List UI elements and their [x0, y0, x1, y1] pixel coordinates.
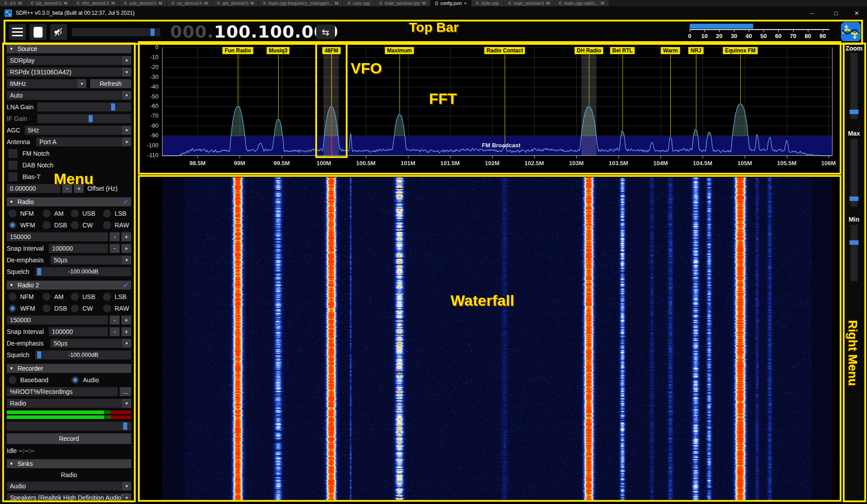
- editor-tab[interactable]: Cstyle.cpp: [472, 0, 504, 6]
- sample-rate-select[interactable]: 8MHz ▼: [7, 79, 86, 88]
- radio-circle-icon[interactable]: [71, 221, 79, 229]
- if-gain-handle[interactable]: [89, 115, 93, 122]
- waterfall-canvas[interactable]: [138, 175, 841, 504]
- minimize-button[interactable]: –: [802, 6, 822, 20]
- zoom-slider-handle[interactable]: [850, 110, 858, 114]
- deemphasis-select[interactable]: 50µs ▼: [51, 256, 131, 265]
- menu-toggle-button[interactable]: [9, 24, 26, 40]
- source-driver-select[interactable]: SDRplay ▼: [7, 56, 131, 65]
- radio-circle-selected-icon[interactable]: [71, 376, 79, 384]
- if-gain-slider[interactable]: [37, 114, 131, 123]
- chevron-down-icon[interactable]: ▼: [122, 137, 131, 146]
- recording-path-input[interactable]: %ROOT%/Recordings: [7, 387, 118, 396]
- maximize-button[interactable]: □: [826, 6, 846, 20]
- max-slider-handle[interactable]: [850, 196, 858, 201]
- bandwidth-increment-button[interactable]: +: [121, 232, 131, 241]
- chevron-down-icon[interactable]: ▼: [122, 91, 131, 100]
- mode-nfm[interactable]: NFM: [9, 292, 43, 301]
- station-label[interactable]: Radio Contact: [484, 47, 525, 54]
- dab-notch-checkbox[interactable]: [9, 161, 17, 170]
- offset-increment-button[interactable]: +: [74, 184, 84, 193]
- snap-increment-button[interactable]: +: [121, 244, 131, 253]
- mode-wfm[interactable]: WFM: [9, 304, 43, 313]
- close-button[interactable]: ✕: [846, 6, 867, 20]
- chevron-down-icon[interactable]: ▼: [122, 482, 131, 491]
- radio2-section-header[interactable]: ▼ Radio 2 ✓: [7, 281, 131, 290]
- editor-tab[interactable]: Cam_demod.hM: [213, 0, 259, 6]
- mode-raw[interactable]: RAW: [103, 221, 131, 230]
- station-label[interactable]: Equinox FM: [723, 47, 758, 54]
- lna-gain-handle[interactable]: [111, 103, 115, 111]
- sink-device-select[interactable]: Speakers (Realtek High Definition Audio)…: [7, 493, 131, 502]
- radio-circle-selected-icon[interactable]: [9, 221, 17, 229]
- chevron-down-icon[interactable]: ▼: [122, 68, 131, 77]
- fft-spectrum-canvas[interactable]: [138, 42, 841, 175]
- enabled-check-icon[interactable]: ✓: [123, 281, 129, 289]
- station-label[interactable]: Warm: [661, 47, 680, 54]
- editor-tab[interactable]: {}config.json×: [430, 0, 472, 6]
- editor-tab[interactable]: Ccw_demod.hM: [167, 0, 213, 6]
- fm-notch-checkbox[interactable]: [9, 149, 17, 158]
- snap-interval-input[interactable]: 100000: [49, 244, 108, 253]
- recorder-section-header[interactable]: ▼ Recorder: [7, 364, 131, 373]
- bandwidth-decrement-button[interactable]: -: [110, 316, 120, 325]
- station-label[interactable]: Maximum: [385, 47, 414, 54]
- record-button[interactable]: Record: [7, 433, 131, 444]
- station-label[interactable]: Fun Radio: [223, 47, 253, 54]
- recorder-stream-select[interactable]: Radio ▼: [7, 399, 131, 408]
- deemphasis-select[interactable]: 50µs ▼: [51, 339, 131, 348]
- mode-am[interactable]: AM: [43, 292, 71, 301]
- lna-gain-slider[interactable]: [37, 103, 131, 111]
- editor-tab[interactable]: Cmain.cpp frequency_manager\...M: [259, 0, 343, 6]
- snap-increment-button[interactable]: +: [121, 327, 131, 336]
- radio-circle-icon[interactable]: [103, 221, 111, 229]
- browse-button[interactable]: ...: [120, 387, 131, 396]
- radio-circle-icon[interactable]: [9, 209, 17, 218]
- source-device-select[interactable]: RSPdx (191106DA42) ▼: [7, 68, 131, 77]
- recorder-mode-audio[interactable]: Audio: [71, 376, 99, 384]
- radio-circle-icon[interactable]: [103, 209, 111, 218]
- offset-decrement-button[interactable]: -: [62, 184, 72, 193]
- radio-circle-icon[interactable]: [43, 304, 51, 312]
- radio2-bandwidth-input[interactable]: 150000: [7, 316, 108, 325]
- stop-button[interactable]: [30, 24, 47, 40]
- squelch-slider[interactable]: -100.000dB: [35, 350, 131, 359]
- chevron-down-icon[interactable]: ▼: [122, 126, 131, 135]
- antenna-select[interactable]: Port A ▼: [36, 137, 131, 146]
- squelch-slider[interactable]: -100.000dB: [35, 267, 131, 276]
- station-label[interactable]: DH Radio: [575, 47, 603, 54]
- chevron-down-icon[interactable]: ▼: [77, 79, 86, 88]
- chevron-down-icon[interactable]: ▼: [122, 399, 131, 408]
- editor-tab[interactable]: Cmain_window.hM: [504, 0, 554, 6]
- agc-rate-select[interactable]: 5Hz ▼: [25, 126, 131, 135]
- editor-tab[interactable]: Cusb_demod.hM: [120, 0, 167, 6]
- editor-tab[interactable]: Ccore.cpp: [343, 0, 375, 6]
- mode-usb[interactable]: USB: [71, 292, 103, 301]
- recorder-volume-slider[interactable]: [7, 422, 131, 431]
- radio-circle-icon[interactable]: [43, 293, 51, 301]
- volume-slider-handle[interactable]: [150, 29, 155, 36]
- editor-tab[interactable]: Cmain_window.cppM: [375, 0, 430, 6]
- radio-circle-selected-icon[interactable]: [9, 304, 17, 312]
- recorder-volume-handle[interactable]: [123, 423, 127, 430]
- frequency-dim-digits[interactable]: 000.: [170, 22, 214, 42]
- source-section-header[interactable]: ▼ Source: [7, 44, 131, 53]
- radio-circle-icon[interactable]: [71, 293, 79, 301]
- bandwidth-increment-button[interactable]: +: [121, 316, 131, 325]
- mode-dsb[interactable]: DSB: [43, 221, 71, 230]
- refresh-button[interactable]: Refresh: [90, 79, 131, 88]
- radio-circle-icon[interactable]: [71, 304, 79, 312]
- snap-decrement-button[interactable]: -: [110, 327, 120, 336]
- squelch-handle[interactable]: [37, 351, 41, 359]
- agc-mode-select[interactable]: Auto ▼: [7, 91, 131, 100]
- chevron-down-icon[interactable]: ▼: [122, 339, 131, 348]
- radio-circle-icon[interactable]: [43, 221, 51, 229]
- bandwidth-decrement-button[interactable]: -: [110, 232, 120, 241]
- chevron-down-icon[interactable]: ▼: [122, 56, 131, 65]
- snap-decrement-button[interactable]: -: [110, 244, 120, 253]
- min-slider-handle[interactable]: [850, 240, 858, 245]
- enabled-check-icon[interactable]: ✓: [123, 198, 129, 206]
- frequency-display[interactable]: 000.100.100.000: [170, 21, 339, 42]
- mode-cw[interactable]: CW: [71, 304, 103, 313]
- editor-tab[interactable]: Cd.hM: [0, 0, 26, 6]
